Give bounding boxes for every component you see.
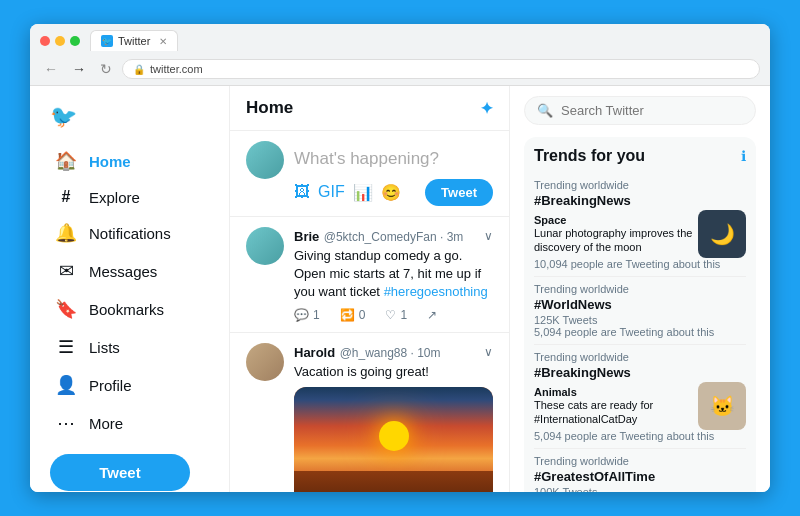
trend-description: Animals These cats are ready for #Intern…: [534, 386, 698, 427]
search-icon: 🔍: [537, 103, 553, 118]
trend-subtext: These cats are ready for #InternationalC…: [534, 398, 698, 427]
tweet-username: Harold: [294, 345, 335, 360]
trend-tag: #WorldNews: [534, 297, 746, 312]
trend-item[interactable]: Trending worldwide #GreatestOfAllTime 10…: [534, 449, 746, 492]
trend-subcount: 5,094 people are Tweeting about this: [534, 326, 746, 338]
bell-icon: 🔔: [55, 222, 77, 244]
compose-tweet-button[interactable]: Tweet: [425, 179, 493, 206]
sidebar-item-home[interactable]: 🏠 Home: [35, 142, 214, 180]
tweet-caret-icon[interactable]: ∨: [484, 229, 493, 243]
bookmark-icon: 🔖: [55, 298, 77, 320]
sidebar-item-messages[interactable]: ✉ Messages: [35, 252, 214, 290]
close-traffic-light[interactable]: [40, 36, 50, 46]
browser-window: 🐦 Twitter ✕ ← → ↻ 🔒 twitter.com 🐦 🏠 Home: [30, 24, 770, 492]
browser-chrome: 🐦 Twitter ✕ ← → ↻ 🔒 twitter.com: [30, 24, 770, 86]
sunset-image: [294, 387, 493, 492]
trend-with-image: Animals These cats are ready for #Intern…: [534, 382, 746, 430]
profile-icon: 👤: [55, 374, 77, 396]
retweet-count: 0: [359, 308, 366, 322]
tweet-caret-icon[interactable]: ∨: [484, 345, 493, 359]
sidebar-item-more[interactable]: ⋯ More: [35, 404, 214, 442]
tweet-actions: 💬 1 🔁 0 ♡ 1 ↗: [294, 308, 493, 322]
lock-icon: 🔒: [133, 64, 145, 75]
tweet-text: Giving standup comedy a go. Open mic sta…: [294, 247, 493, 302]
trend-count: 125K Tweets: [534, 314, 746, 326]
water: [294, 471, 493, 492]
browser-tab[interactable]: 🐦 Twitter ✕: [90, 30, 178, 51]
feed-header: Home ✦: [230, 86, 509, 131]
browser-toolbar: ← → ↻ 🔒 twitter.com: [30, 55, 770, 85]
twitter-logo: 🐦: [30, 96, 97, 142]
sidebar-label-home: Home: [89, 153, 131, 170]
tweet-image: [294, 387, 493, 492]
like-count: 1: [400, 308, 407, 322]
tab-close-btn[interactable]: ✕: [159, 36, 167, 47]
trend-tag: #GreatestOfAllTime: [534, 469, 746, 484]
mail-icon: ✉: [55, 260, 77, 282]
back-button[interactable]: ←: [40, 59, 62, 79]
trend-count: 100K Tweets: [534, 486, 746, 492]
trend-tag: #BreakingNews: [534, 193, 746, 208]
sidebar-item-explore[interactable]: # Explore: [35, 180, 214, 214]
forward-button[interactable]: →: [68, 59, 90, 79]
refresh-button[interactable]: ↻: [96, 59, 116, 79]
maximize-traffic-light[interactable]: [70, 36, 80, 46]
title-bar: 🐦 Twitter ✕: [30, 24, 770, 55]
tweet-handle: @5ktch_ComedyFan · 3m: [324, 230, 464, 244]
tweet-item: Brie @5ktch_ComedyFan · 3m ∨ Giving stan…: [230, 217, 509, 333]
tab-title: Twitter: [118, 35, 150, 47]
app-container: 🐦 🏠 Home # Explore 🔔 Notifications ✉ Mes…: [30, 86, 770, 492]
sidebar-item-notifications[interactable]: 🔔 Notifications: [35, 214, 214, 252]
trend-item[interactable]: Trending worldwide #BreakingNews Space L…: [534, 173, 746, 277]
sun: [379, 421, 409, 451]
address-bar[interactable]: 🔒 twitter.com: [122, 59, 760, 79]
minimize-traffic-light[interactable]: [55, 36, 65, 46]
tweet-hashtag[interactable]: #heregoesnothing: [384, 284, 488, 299]
tweet-button[interactable]: Tweet: [50, 454, 190, 491]
like-action[interactable]: ♡ 1: [385, 308, 407, 322]
trend-description: Space Lunar photography improves the dis…: [534, 214, 698, 255]
trend-meta: Trending worldwide: [534, 179, 746, 191]
chart-compose-icon[interactable]: 📊: [353, 183, 373, 202]
tweet-user-info: Harold @h_wang88 · 10m: [294, 343, 441, 361]
traffic-lights: [40, 36, 80, 46]
sidebar-item-lists[interactable]: ☰ Lists: [35, 328, 214, 366]
gif-compose-icon[interactable]: GIF: [318, 183, 345, 202]
share-action[interactable]: ↗: [427, 308, 437, 322]
main-feed: Home ✦ What's happening? 🖼 GIF 📊 😊: [230, 86, 510, 492]
emoji-compose-icon[interactable]: 😊: [381, 183, 401, 202]
trend-thumbnail: 🐱: [698, 382, 746, 430]
compose-actions: 🖼 GIF 📊 😊 Tweet: [294, 179, 493, 206]
reply-action[interactable]: 💬 1: [294, 308, 320, 322]
avatar: [246, 227, 284, 265]
retweet-icon: 🔁: [340, 308, 355, 322]
compose-avatar: [246, 141, 284, 179]
trend-count: 10,094 people are Tweeting about this: [534, 258, 746, 270]
explore-icon: #: [55, 188, 77, 206]
trend-item[interactable]: Trending worldwide #WorldNews 125K Tweet…: [534, 277, 746, 345]
search-input[interactable]: [561, 103, 743, 118]
tweet-item: Harold @h_wang88 · 10m ∨ Vacation is goi…: [230, 333, 509, 492]
list-icon: ☰: [55, 336, 77, 358]
sparkle-icon: ✦: [480, 99, 493, 118]
sidebar-item-bookmarks[interactable]: 🔖 Bookmarks: [35, 290, 214, 328]
trend-meta: Trending worldwide: [534, 351, 746, 363]
home-icon: 🏠: [55, 150, 77, 172]
url-text: twitter.com: [150, 63, 203, 75]
sidebar-label-lists: Lists: [89, 339, 120, 356]
retweet-action[interactable]: 🔁 0: [340, 308, 366, 322]
info-icon[interactable]: ℹ: [741, 148, 746, 164]
trend-item[interactable]: Trending worldwide #BreakingNews Animals…: [534, 345, 746, 449]
compose-placeholder[interactable]: What's happening?: [294, 141, 493, 179]
tweet-content: Harold @h_wang88 · 10m ∨ Vacation is goi…: [294, 343, 493, 492]
compose-box: What's happening? 🖼 GIF 📊 😊 Tweet: [230, 131, 509, 217]
more-icon: ⋯: [55, 412, 77, 434]
sidebar-label-messages: Messages: [89, 263, 157, 280]
sidebar: 🐦 🏠 Home # Explore 🔔 Notifications ✉ Mes…: [30, 86, 230, 492]
trends-title: Trends for you: [534, 147, 645, 165]
sidebar-item-profile[interactable]: 👤 Profile: [35, 366, 214, 404]
search-box[interactable]: 🔍: [524, 96, 756, 125]
image-compose-icon[interactable]: 🖼: [294, 183, 310, 202]
tweet-username: Brie: [294, 229, 319, 244]
trend-tag: #BreakingNews: [534, 365, 746, 380]
